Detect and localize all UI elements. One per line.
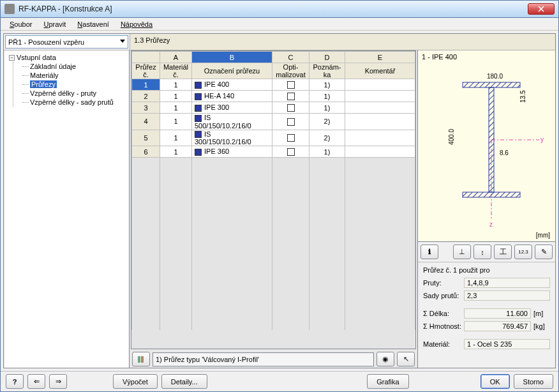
tool-button-3[interactable]: 工 [494,245,512,259]
checkbox-icon[interactable] [287,93,295,100]
table-row[interactable]: 61IPE 3601) [132,146,415,158]
cell-optimize[interactable] [272,79,309,91]
cell-name[interactable]: IS 300/150/10.2/16/0 [192,130,272,146]
cell-material[interactable]: 1 [160,146,192,158]
lbl-hmot: Σ Hmotnost: [423,322,464,330]
preview-title: 1 - IPE 400 [422,53,457,61]
grid-pane: A B C D E Průřez č. Materiál č. Označení… [130,50,417,368]
next-button[interactable]: ⇒ [49,374,67,389]
color-swatch [195,82,202,89]
cell-name[interactable]: IS 500/150/10.2/16/0 [192,114,272,130]
menu-nastaveni[interactable]: Nastavení [72,19,114,29]
collapse-icon[interactable]: − [9,55,15,61]
col-letter: B [192,52,272,63]
tool-button-5[interactable]: ✎ [535,245,553,259]
cell-material[interactable]: 1 [160,91,192,102]
sections-table[interactable]: A B C D E Průřez č. Materiál č. Označení… [131,51,415,330]
cell-note[interactable]: 1) [309,102,345,114]
graphics-button[interactable]: Grafika [367,374,408,389]
hdr-sec: Průřez č. [132,63,160,79]
top-row: PŘ1 - Posouzení vzpěru 1.3 Průřezy [4,34,555,50]
cell-optimize[interactable] [272,146,309,158]
cell-material[interactable]: 1 [160,102,192,114]
tree-item[interactable]: Vzpěrné délky - pruty [22,89,128,98]
cell-material[interactable]: 1 [160,114,192,130]
tree-item[interactable]: Vzpěrné délky - sady prutů [22,98,128,107]
table-row[interactable]: 31IPE 3001) [132,102,415,114]
cell-optimize[interactable] [272,114,309,130]
hdr-note: Poznám- ka [309,63,345,79]
axes-icon: ⊥ [459,248,465,256]
menu-soubor[interactable]: Soubor [4,19,37,29]
cell-comment[interactable] [345,91,415,102]
table-row[interactable]: 21HE-A 1401) [132,91,415,102]
checkbox-icon[interactable] [287,134,295,142]
cell-optimize[interactable] [272,130,309,146]
val-sady: 2,3 [464,290,550,301]
checkbox-icon[interactable] [287,148,295,156]
col-letter: E [345,52,415,63]
case-combo[interactable]: PŘ1 - Posouzení vzpěru [5,35,128,49]
window-title: RF-KAPPA - [Konstrukce A] [19,4,528,13]
lbl-sady: Sady prutů: [423,292,464,299]
checkbox-icon[interactable] [287,118,295,126]
color-swatch [195,131,202,138]
checkbox-icon[interactable] [287,104,295,112]
menu-napoveda[interactable]: Nápověda [116,19,158,29]
cell-note[interactable]: 2) [309,114,345,130]
table-row[interactable]: 41IS 500/150/10.2/16/02) [132,114,415,130]
svg-text:8.6: 8.6 [500,149,509,156]
val-delka: 11.600 [464,308,531,319]
tree-root-node[interactable]: − Vstupní data [9,53,128,62]
details-button[interactable]: Detaily... [161,374,207,389]
tree-item[interactable]: Základní údaje [22,62,128,71]
cancel-button[interactable]: Storno [514,374,553,389]
cell-note[interactable]: 1) [309,79,345,91]
cell-name[interactable]: IPE 300 [192,102,272,114]
tree-item[interactable]: Materiály [22,71,128,80]
nav-tree: − Vstupní data Základní údajeMateriályPr… [5,50,130,368]
hdr-opt: Opti- malizovat [272,63,309,79]
cell-comment[interactable] [345,79,415,91]
lbl-mat: Materiál: [423,340,464,348]
row-number: 6 [132,146,160,158]
svg-text:13.5: 13.5 [519,90,526,103]
cell-note[interactable]: 2) [309,130,345,146]
cell-material[interactable]: 1 [160,79,192,91]
library-button[interactable] [132,352,150,366]
info-button[interactable]: ℹ [421,245,438,259]
color-swatch [195,149,202,156]
table-row[interactable]: 11IPE 4001) [132,79,415,91]
checkbox-icon[interactable] [287,81,295,89]
cell-optimize[interactable] [272,102,309,114]
library-icon [137,355,145,364]
tool-button-1[interactable]: ⊥ [453,245,471,259]
cell-comment[interactable] [345,102,415,114]
lbl-delka: Σ Délka: [423,310,464,317]
hdr-name: Označení průřezu [192,63,272,79]
cell-name[interactable]: HE-A 140 [192,91,272,102]
cell-comment[interactable] [345,146,415,158]
ok-button[interactable]: OK [481,374,510,389]
view-button[interactable]: ◉ [376,352,394,366]
pick-button[interactable]: ↖ [397,352,415,366]
cell-note[interactable]: 1) [309,91,345,102]
tree-item[interactable]: Průřezy [22,80,128,89]
cell-comment[interactable] [345,114,415,130]
cell-comment[interactable] [345,130,415,146]
cell-note[interactable]: 1) [309,146,345,158]
row-number: 1 [132,79,160,91]
cell-optimize[interactable] [272,91,309,102]
info-icon: ℹ [428,248,431,256]
help-button[interactable]: ? [6,374,24,389]
tool-button-2[interactable]: ↕ [473,245,491,259]
cell-name[interactable]: IPE 360 [192,146,272,158]
prev-button[interactable]: ⇐ [27,374,45,389]
table-row[interactable]: 51IS 300/150/10.2/16/02) [132,130,415,146]
calculate-button[interactable]: Výpočet [113,374,158,389]
menu-upravit[interactable]: Upravit [38,19,71,29]
tool-button-4[interactable]: 12.3 [514,245,532,259]
cell-material[interactable]: 1 [160,130,192,146]
close-button[interactable] [528,3,555,15]
cell-name[interactable]: IPE 400 [192,79,272,91]
